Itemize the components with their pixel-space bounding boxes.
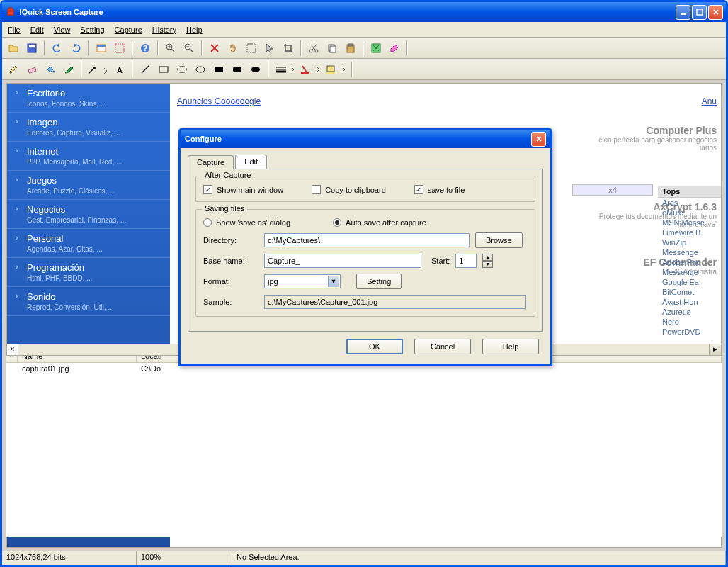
- sidebar-item-personal[interactable]: ›PersonalAgendas, Azar, Citas, ...: [7, 229, 170, 258]
- lineweight-icon[interactable]: [273, 61, 297, 78]
- start-input[interactable]: [455, 254, 477, 268]
- dialog-titlebar[interactable]: Configure: [181, 130, 550, 148]
- capture-window-icon[interactable]: [93, 40, 110, 57]
- titlebar[interactable]: !Quick Screen Capture: [2, 2, 726, 22]
- setting-button[interactable]: Setting: [356, 274, 402, 289]
- filled-roundrect-icon[interactable]: [229, 61, 246, 78]
- copy-icon[interactable]: [324, 40, 341, 57]
- chk-copy-clipboard[interactable]: Copy to clipboard: [312, 185, 386, 194]
- cancel-button[interactable]: Cancel: [414, 339, 471, 354]
- dialog-tabstrip: Capture Edit: [188, 155, 543, 169]
- menu-view[interactable]: View: [54, 26, 71, 34]
- start-spinner[interactable]: ▲▼: [482, 254, 493, 268]
- sidebar-item-imagen[interactable]: ›ImagenEditores, Captura, Visualiz, ...: [7, 113, 170, 142]
- group-after-capture: After Capture ✓Show main window Copy to …: [195, 176, 535, 202]
- sidebar-item-negocios[interactable]: ›NegociosGest. Empresarial, Finanzas, ..…: [7, 200, 170, 229]
- anu-right-link[interactable]: Anu: [702, 96, 717, 106]
- select-rect-icon[interactable]: [243, 40, 260, 57]
- svg-rect-23: [178, 67, 186, 72]
- filled-rect-icon[interactable]: [210, 61, 227, 78]
- svg-point-20: [53, 70, 55, 72]
- capture-region-icon[interactable]: [111, 40, 128, 57]
- chk-show-main[interactable]: ✓Show main window: [203, 185, 283, 194]
- radio-saveas[interactable]: Show 'save as' dialog: [203, 218, 290, 227]
- line-tool-icon[interactable]: [137, 61, 154, 78]
- effect-icon[interactable]: [368, 40, 385, 57]
- save-icon[interactable]: [23, 40, 40, 57]
- dialog-close-button[interactable]: [531, 132, 546, 147]
- directory-input[interactable]: [264, 233, 470, 247]
- menu-capture[interactable]: Capture: [115, 26, 142, 34]
- sidebar-item-internet[interactable]: ›InternetP2P, Mensajería, Mail, Red, ...: [7, 142, 170, 171]
- help-button[interactable]: Help: [482, 339, 539, 354]
- roundrect-tool-icon[interactable]: [174, 61, 190, 78]
- x4-tab[interactable]: x4: [572, 184, 653, 196]
- menu-history[interactable]: History: [152, 26, 176, 34]
- fillcolor-icon[interactable]: [324, 61, 348, 78]
- text-tool-icon[interactable]: A: [111, 61, 128, 78]
- redo-icon[interactable]: [67, 40, 84, 57]
- basename-input[interactable]: [264, 254, 421, 268]
- chk-save-file[interactable]: ✓save to file: [414, 185, 465, 194]
- svg-rect-1: [697, 9, 703, 15]
- hand-icon[interactable]: [224, 40, 241, 57]
- open-icon[interactable]: [5, 40, 22, 57]
- tab-capture[interactable]: Capture: [188, 155, 234, 169]
- svg-rect-30: [326, 72, 335, 74]
- zoom-in-icon[interactable]: [162, 40, 179, 57]
- crop-icon[interactable]: [280, 40, 297, 57]
- menu-help[interactable]: Help: [186, 26, 203, 34]
- delete-icon[interactable]: [206, 40, 223, 57]
- pointer-icon[interactable]: [261, 40, 278, 57]
- bucket-icon[interactable]: [42, 61, 59, 78]
- sidebar-item-juegos[interactable]: ›JuegosArcade, Puzzle, Clásicos, ...: [7, 171, 170, 200]
- close-button[interactable]: [708, 5, 723, 20]
- sidebar-item-programacion[interactable]: ›ProgramaciónHtml, PHP, BBDD, ...: [7, 258, 170, 287]
- menu-file[interactable]: File: [8, 26, 21, 34]
- radio-autosave[interactable]: Auto save after capture: [333, 218, 426, 227]
- svg-text:?: ?: [143, 44, 148, 52]
- format-select[interactable]: jpg▼: [264, 274, 341, 288]
- help-icon[interactable]: ?: [137, 40, 154, 57]
- svg-rect-29: [327, 66, 334, 72]
- anuncios-link[interactable]: Anuncios Goooooogle: [177, 96, 261, 106]
- status-resolution: 1024x768,24 bits: [2, 551, 137, 565]
- svg-point-27: [251, 67, 260, 72]
- menu-edit[interactable]: Edit: [30, 26, 44, 34]
- paste-icon[interactable]: [342, 40, 359, 57]
- svg-text:A: A: [117, 66, 123, 74]
- status-zoom: 100%: [137, 551, 232, 565]
- menu-setting[interactable]: Setting: [80, 26, 104, 34]
- toolbar-2: A: [2, 59, 726, 80]
- brush-icon[interactable]: [60, 61, 77, 78]
- cut-icon[interactable]: [305, 40, 322, 57]
- sidebar-item-sonido[interactable]: ›SonidoReprod, Conversión, Útil, ...: [7, 287, 170, 316]
- svg-rect-28: [301, 72, 309, 74]
- statusbar: 1024x768,24 bits 100% No Selected Area.: [2, 551, 726, 565]
- computer-plus-sub: ción perfecta para gestionar negocios: [575, 136, 717, 144]
- zoom-out-icon[interactable]: [181, 40, 198, 57]
- scroll-right-icon[interactable]: ▸: [709, 344, 721, 355]
- chevron-down-icon: ▼: [328, 276, 339, 287]
- minimize-button[interactable]: [676, 5, 690, 20]
- filled-ellipse-icon[interactable]: [247, 61, 264, 78]
- color-icon[interactable]: [386, 40, 403, 57]
- undo-icon[interactable]: [49, 40, 66, 57]
- ellipse-tool-icon[interactable]: [192, 61, 209, 78]
- menubar: File Edit View Setting Capture History H…: [2, 22, 726, 38]
- svg-rect-6: [115, 44, 124, 52]
- strokecolor-icon[interactable]: [298, 61, 322, 78]
- eraser-icon[interactable]: [23, 61, 40, 78]
- sidebar-item-escritorio[interactable]: ›EscritorioIconos, Fondos, Skins, ...: [7, 84, 170, 113]
- svg-rect-19: [28, 67, 36, 73]
- rect-tool-icon[interactable]: [155, 61, 172, 78]
- pencil-icon[interactable]: [5, 61, 22, 78]
- browse-button[interactable]: Browse: [475, 232, 523, 248]
- status-selection: No Selected Area.: [232, 551, 726, 565]
- panel-close-icon[interactable]: ×: [7, 344, 18, 355]
- arrow-tool-icon[interactable]: [86, 61, 110, 78]
- maximize-button[interactable]: [692, 5, 707, 20]
- tab-edit[interactable]: Edit: [235, 155, 267, 169]
- ok-button[interactable]: OK: [346, 339, 403, 354]
- svg-rect-22: [159, 67, 168, 72]
